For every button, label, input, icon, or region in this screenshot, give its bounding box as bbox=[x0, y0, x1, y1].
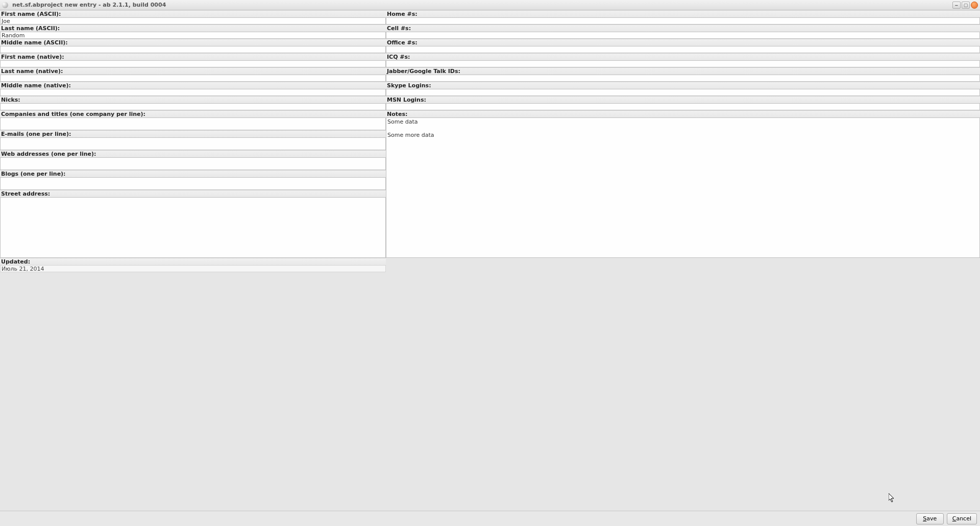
street-label: Street address: bbox=[0, 190, 386, 197]
icq-numbers-label: ICQ #s: bbox=[386, 53, 980, 60]
app-icon bbox=[2, 2, 8, 8]
maximize-button[interactable]: ▢ bbox=[962, 2, 970, 9]
close-button[interactable] bbox=[971, 2, 978, 9]
cell-numbers-input[interactable] bbox=[386, 32, 980, 39]
web-input[interactable] bbox=[0, 157, 386, 170]
skype-logins-input[interactable] bbox=[386, 89, 980, 96]
first-name-ascii-input[interactable] bbox=[0, 17, 386, 25]
titlebar: net.sf.abproject new entry - ab 2.1.1, b… bbox=[0, 0, 980, 10]
last-name-ascii-input[interactable] bbox=[0, 32, 386, 39]
msn-logins-input[interactable] bbox=[386, 103, 980, 110]
last-name-native-label: Last name (native): bbox=[0, 67, 386, 75]
home-numbers-label: Home #s: bbox=[386, 10, 980, 17]
companies-label: Companies and titles (one company per li… bbox=[0, 110, 386, 117]
middle-name-ascii-label: Middle name (ASCII): bbox=[0, 39, 386, 46]
cell-numbers-label: Cell #s: bbox=[386, 25, 980, 32]
emails-input[interactable] bbox=[0, 137, 386, 150]
middle-name-native-label: Middle name (native): bbox=[0, 82, 386, 89]
save-button[interactable]: Save bbox=[916, 513, 944, 524]
button-bar: Save Cancel bbox=[0, 511, 980, 526]
street-input[interactable] bbox=[0, 197, 386, 258]
right-column: Home #s: Cell #s: Office #s: ICQ #s: Jab… bbox=[386, 10, 980, 272]
save-button-rest: ave bbox=[926, 515, 937, 522]
first-name-native-label: First name (native): bbox=[0, 53, 386, 60]
home-numbers-input[interactable] bbox=[386, 17, 980, 25]
last-name-ascii-label: Last name (ASCII): bbox=[0, 25, 386, 32]
jabber-ids-label: Jabber/Google Talk IDs: bbox=[386, 67, 980, 75]
blogs-label: Blogs (one per line): bbox=[0, 170, 386, 177]
mouse-cursor-icon bbox=[889, 493, 896, 504]
skype-logins-label: Skype Logins: bbox=[386, 82, 980, 89]
first-name-ascii-label: First name (ASCII): bbox=[0, 10, 386, 17]
cancel-button-rest: ancel bbox=[956, 515, 971, 522]
notes-label: Notes: bbox=[386, 110, 980, 117]
last-name-native-input[interactable] bbox=[0, 75, 386, 82]
msn-logins-label: MSN Logins: bbox=[386, 96, 980, 103]
cancel-button[interactable]: Cancel bbox=[947, 513, 977, 524]
minimize-button[interactable]: ‒ bbox=[952, 2, 961, 9]
middle-name-native-input[interactable] bbox=[0, 89, 386, 96]
updated-label: Updated: bbox=[0, 258, 386, 265]
first-name-native-input[interactable] bbox=[0, 60, 386, 67]
blogs-input[interactable] bbox=[0, 177, 386, 190]
notes-input[interactable] bbox=[386, 117, 980, 258]
office-numbers-label: Office #s: bbox=[386, 39, 980, 46]
updated-value bbox=[0, 265, 386, 272]
icq-numbers-input[interactable] bbox=[386, 60, 980, 67]
left-column: First name (ASCII): Last name (ASCII): M… bbox=[0, 10, 386, 272]
nicks-input[interactable] bbox=[0, 103, 386, 110]
window-title: net.sf.abproject new entry - ab 2.1.1, b… bbox=[12, 2, 952, 8]
nicks-label: Nicks: bbox=[0, 96, 386, 103]
companies-input[interactable] bbox=[0, 117, 386, 130]
web-label: Web addresses (one per line): bbox=[0, 150, 386, 157]
office-numbers-input[interactable] bbox=[386, 46, 980, 53]
emails-label: E-mails (one per line): bbox=[0, 130, 386, 137]
middle-name-ascii-input[interactable] bbox=[0, 46, 386, 53]
jabber-ids-input[interactable] bbox=[386, 75, 980, 82]
window-controls: ‒ ▢ bbox=[952, 2, 978, 9]
form-area: First name (ASCII): Last name (ASCII): M… bbox=[0, 10, 980, 272]
